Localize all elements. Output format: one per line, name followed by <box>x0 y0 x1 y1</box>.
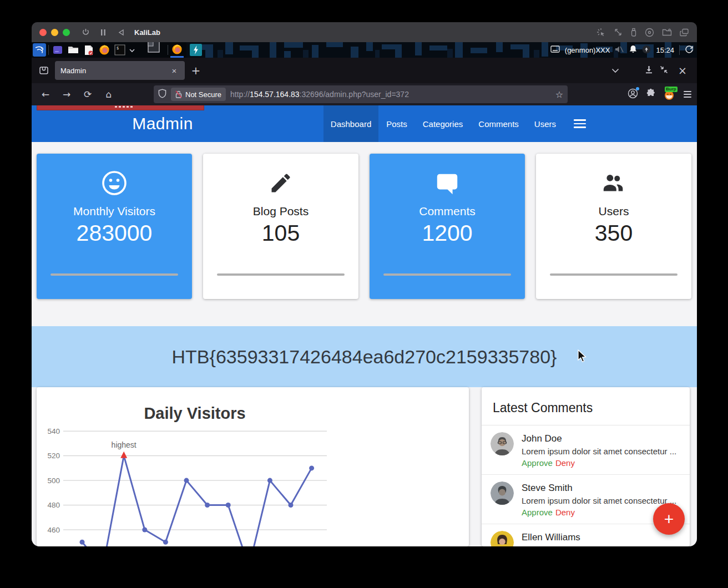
deny-link[interactable]: Deny <box>555 508 575 517</box>
firefox-view-icon[interactable] <box>36 63 52 78</box>
add-fab-button[interactable]: + <box>653 503 685 535</box>
nav-menu: Dashboard Posts Categories Comments User… <box>323 105 586 142</box>
list-all-tabs-icon[interactable] <box>611 65 619 75</box>
mouse-cursor <box>577 349 589 364</box>
terminal-icon[interactable]: $ <box>113 43 127 57</box>
notification-bell-icon[interactable] <box>629 45 637 55</box>
kali-menu-icon[interactable] <box>33 43 46 57</box>
svg-text:520: 520 <box>47 452 60 460</box>
stat-progress-track <box>217 273 345 276</box>
keyboard-indicator-icon[interactable] <box>550 45 560 54</box>
avatar-steve-smith <box>491 481 514 505</box>
approve-link[interactable]: Approve <box>522 508 553 517</box>
app-drawer-icon[interactable] <box>51 43 64 57</box>
clock-label[interactable]: 15:24 <box>656 46 674 54</box>
comment-author: John Doe <box>522 433 676 444</box>
stat-value: 105 <box>262 220 300 246</box>
nav-item-users[interactable]: Users <box>527 105 564 142</box>
reload-button[interactable]: ⟳ <box>79 86 96 103</box>
shield-icon[interactable] <box>158 89 166 100</box>
approve-link[interactable]: Approve <box>522 458 553 468</box>
extensions-puzzle-icon[interactable] <box>646 88 656 100</box>
close-window-button[interactable] <box>39 29 47 36</box>
stat-cards-row: Monthly Visitors 283000 Blog Posts 105 C… <box>37 154 691 299</box>
bookmark-star-icon[interactable]: ☆ <box>555 89 563 100</box>
zap-window-button[interactable] <box>189 43 203 57</box>
security-label: Not Secure <box>185 90 221 99</box>
exit-fullscreen-icon[interactable] <box>660 65 668 76</box>
comment-row: John Doe Lorem ipsum dolor sit amet cons… <box>482 425 690 475</box>
browser-tabbar: Madmin × + × <box>32 58 697 83</box>
taskbar-separator <box>48 45 49 55</box>
stat-progress-track <box>50 273 178 276</box>
firefox-launcher-icon[interactable] <box>98 43 111 57</box>
account-icon[interactable] <box>628 88 638 101</box>
stat-value: 350 <box>595 220 633 246</box>
pencil-icon <box>269 170 293 196</box>
browser-menu-icon[interactable] <box>684 91 691 98</box>
clipped-alert-bar <box>37 105 204 110</box>
browser-tab[interactable]: Madmin × <box>55 61 185 80</box>
stat-label: Users <box>599 205 629 218</box>
copy-windows-icon[interactable] <box>680 28 689 37</box>
stat-card-comments[interactable]: Comments 1200 <box>370 154 525 299</box>
text-editor-icon[interactable] <box>82 43 95 57</box>
nav-item-categories[interactable]: Categories <box>415 105 471 142</box>
url-tail: :32696/admin.php?user_id=372 <box>300 90 409 99</box>
eject-left-icon[interactable] <box>114 26 128 38</box>
shared-folder-icon[interactable] <box>662 28 672 37</box>
taskbar-separator <box>679 45 680 55</box>
forward-button[interactable]: → <box>58 86 75 103</box>
lock-insecure-icon <box>175 90 182 98</box>
avatar-ellen-williams <box>491 531 514 546</box>
smiley-face-icon <box>101 170 128 196</box>
deny-link[interactable]: Deny <box>555 458 575 468</box>
power-icon[interactable] <box>79 26 92 38</box>
window-title: KaliLab <box>134 28 160 37</box>
stat-value: 1200 <box>422 220 472 246</box>
svg-text:highest: highest <box>112 440 136 449</box>
zoom-window-button[interactable] <box>63 29 70 36</box>
comment-author: Ellen Williams <box>522 532 580 543</box>
disc-icon[interactable] <box>645 28 654 37</box>
file-manager-icon[interactable] <box>67 43 80 57</box>
browser-toolbar: ← → ⟳ ⌂ Not Secure http://154.57.164.83:… <box>32 83 697 105</box>
stat-card-monthly-visitors[interactable]: Monthly Visitors 283000 <box>37 154 192 299</box>
flag-banner: HTB{63593317426484ea6d270c2159335780} <box>32 326 697 387</box>
terminal-dropdown-icon[interactable] <box>129 45 135 55</box>
logout-icon[interactable] <box>685 45 694 55</box>
nav-item-posts[interactable]: Posts <box>378 105 415 142</box>
security-chip[interactable]: Not Secure <box>171 88 226 101</box>
back-button[interactable]: ← <box>37 86 54 103</box>
stat-card-blog-posts[interactable]: Blog Posts 105 <box>203 154 358 299</box>
nav-item-dashboard[interactable]: Dashboard <box>323 105 378 142</box>
nav-item-comments[interactable]: Comments <box>471 105 527 142</box>
new-tab-button[interactable]: + <box>188 63 204 78</box>
pause-icon[interactable] <box>97 26 110 38</box>
capture-cursor-icon[interactable] <box>596 28 606 37</box>
usb-icon[interactable] <box>630 28 637 37</box>
audio-muted-icon[interactable] <box>615 45 624 55</box>
burp-badge-label: Burp <box>665 87 678 92</box>
workspace-switcher-icon[interactable] <box>148 42 160 55</box>
firefox-window-button[interactable] <box>170 43 184 58</box>
url-bar[interactable]: Not Secure http://154.57.164.83:32696/ad… <box>154 85 568 103</box>
burp-suite-extension-icon[interactable]: Burp <box>664 88 676 100</box>
resize-icon[interactable] <box>614 28 623 37</box>
nav-hamburger-icon[interactable] <box>564 105 586 142</box>
home-button[interactable]: ⌂ <box>100 86 117 103</box>
minimize-window-button[interactable] <box>51 29 58 36</box>
url-host: 154.57.164.83 <box>250 90 300 99</box>
tab-close-icon[interactable]: × <box>169 66 179 75</box>
svg-text:460: 460 <box>47 526 60 534</box>
downloads-icon[interactable] <box>645 65 653 76</box>
app-brand[interactable]: Madmin <box>107 105 218 142</box>
stat-card-users[interactable]: Users 350 <box>536 154 691 299</box>
stat-progress-track <box>550 273 678 276</box>
updates-icon[interactable] <box>642 45 651 55</box>
close-browser-icon[interactable]: × <box>675 63 690 78</box>
window-titlebar: KaliLab <box>32 22 697 42</box>
url-scheme: http:// <box>230 90 250 99</box>
url-text[interactable]: http://154.57.164.83:32696/admin.php?use… <box>230 90 409 99</box>
dashboard-main-row: Daily Visitors 540520500480460highest La… <box>37 387 690 546</box>
